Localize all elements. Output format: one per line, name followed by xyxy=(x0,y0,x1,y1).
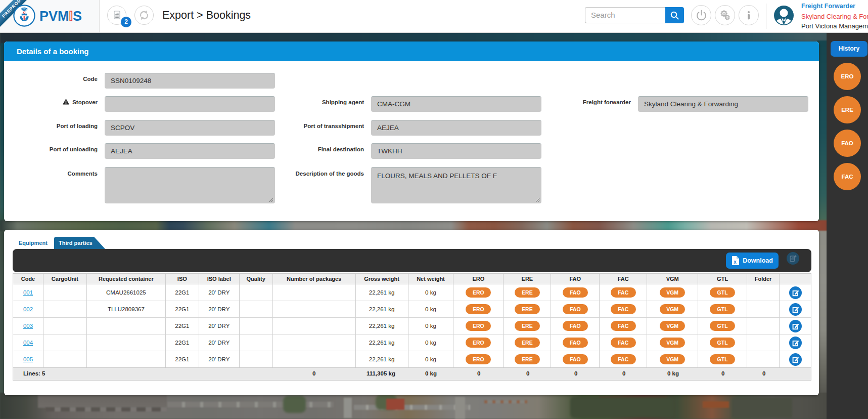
svg-text:x: x xyxy=(734,259,737,265)
